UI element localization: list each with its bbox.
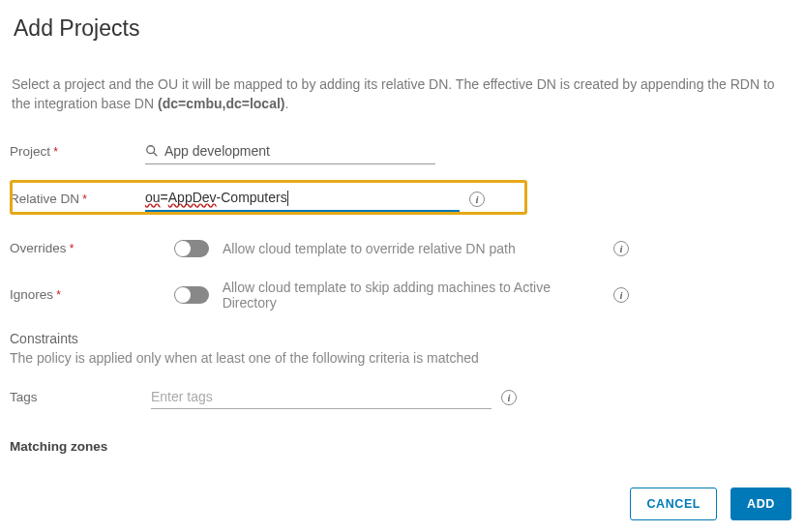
project-input[interactable]: [164, 143, 435, 159]
tags-label: Tags: [10, 390, 145, 404]
tags-field[interactable]: [151, 386, 492, 409]
info-icon[interactable]: i: [613, 241, 629, 256]
info-icon[interactable]: i: [469, 192, 485, 207]
cancel-button[interactable]: CANCEL: [630, 488, 717, 520]
overrides-text: Allow cloud template to override relativ…: [223, 241, 516, 256]
ignores-text: Allow cloud template to skip adding mach…: [223, 280, 604, 310]
relative-dn-display: ou=AppDev-Computers: [145, 190, 288, 206]
overrides-row: Overrides Allow cloud template to overri…: [10, 232, 795, 265]
search-icon: [145, 144, 159, 158]
ignores-label: Ignores: [10, 287, 145, 302]
desc-bold: (dc=cmbu,dc=local): [158, 96, 284, 111]
page-description: Select a project and the OU it will be m…: [10, 74, 795, 114]
project-row: Project: [10, 135, 795, 168]
matching-zones-label: Matching zones: [10, 439, 795, 454]
overrides-toggle[interactable]: [174, 240, 209, 257]
ignores-row: Ignores Allow cloud template to skip add…: [10, 279, 795, 311]
desc-prefix: Select a project and the OU it will be m…: [12, 76, 775, 111]
dialog-footer: CANCEL ADD: [630, 488, 791, 520]
constraints-heading: Constraints: [10, 331, 795, 346]
ignores-toggle[interactable]: [174, 286, 209, 304]
add-button[interactable]: ADD: [730, 488, 791, 520]
tags-input[interactable]: [151, 389, 492, 404]
page-title: Add Projects: [14, 15, 795, 42]
svg-line-1: [154, 153, 158, 157]
overrides-label: Overrides: [10, 241, 145, 255]
project-label: Project: [10, 144, 145, 159]
svg-point-0: [147, 146, 155, 154]
info-icon[interactable]: i: [613, 287, 629, 303]
constraints-description: The policy is applied only when at least…: [10, 350, 795, 366]
relative-dn-field[interactable]: ou=AppDev-Computers: [145, 187, 460, 212]
relative-dn-label: Relative DN: [10, 192, 145, 206]
info-icon[interactable]: i: [501, 390, 517, 405]
text-caret: [287, 191, 288, 206]
desc-suffix: .: [284, 96, 288, 111]
tags-row: Tags i: [10, 381, 795, 414]
project-field[interactable]: [145, 139, 435, 164]
